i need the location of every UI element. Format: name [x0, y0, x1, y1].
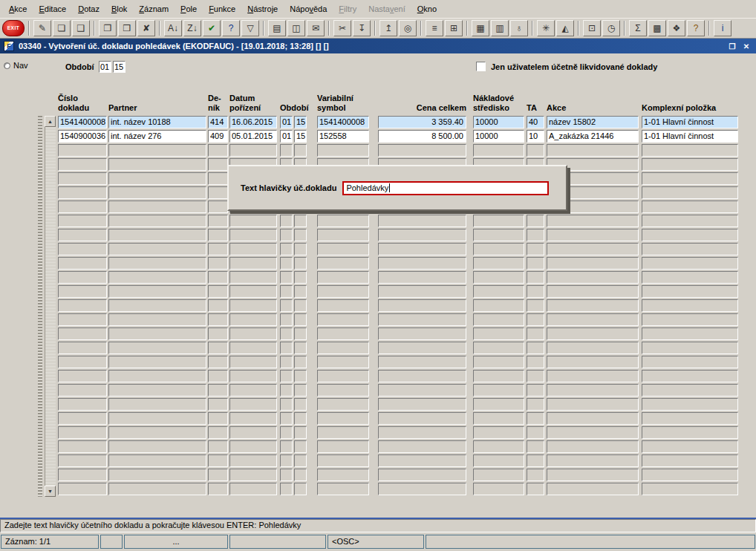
- cell-komplexni[interactable]: [642, 271, 738, 284]
- cell-akce[interactable]: [547, 384, 639, 397]
- cell-obdobi1[interactable]: [280, 285, 293, 298]
- cell-ns[interactable]: [473, 356, 524, 368]
- cell-denik[interactable]: [208, 243, 228, 255]
- cell-partner[interactable]: [108, 483, 206, 495]
- cell-denik[interactable]: [208, 426, 228, 439]
- cell-akce[interactable]: [547, 454, 639, 467]
- cell-komplexni[interactable]: [642, 412, 738, 425]
- cell-cena[interactable]: [378, 426, 466, 439]
- cell-obdobi2[interactable]: [294, 271, 307, 284]
- cell-obdobi1[interactable]: [280, 426, 293, 439]
- print-icon[interactable]: ▤: [268, 20, 286, 36]
- cell-cena[interactable]: [378, 483, 466, 495]
- cell-denik[interactable]: [208, 313, 228, 326]
- cell-cislo[interactable]: [58, 342, 107, 354]
- cell-ns[interactable]: [473, 384, 524, 397]
- cell-datum[interactable]: [229, 243, 277, 255]
- cell-akce[interactable]: [547, 356, 639, 368]
- cell-denik[interactable]: [208, 229, 228, 241]
- cell-partner[interactable]: [108, 426, 206, 439]
- cell-partner[interactable]: [108, 186, 206, 199]
- cell-ns[interactable]: [473, 483, 524, 495]
- menu-item-zaznam[interactable]: Záznam: [133, 1, 175, 16]
- cell-cena[interactable]: [378, 327, 466, 340]
- cell-partner[interactable]: [108, 342, 206, 354]
- cell-obdobi2[interactable]: [294, 327, 307, 340]
- delete-record-icon[interactable]: ❑: [72, 20, 90, 36]
- cell-ns[interactable]: [473, 454, 524, 467]
- insert-record-icon[interactable]: ❏: [53, 20, 71, 36]
- cell-partner[interactable]: [108, 215, 206, 227]
- cell-ns[interactable]: [473, 144, 524, 157]
- copy-record-icon[interactable]: ❐: [99, 20, 117, 36]
- cell-ns[interactable]: [473, 426, 524, 439]
- cell-obdobi2[interactable]: [294, 313, 307, 326]
- cell-ns[interactable]: [473, 342, 524, 354]
- cell-komplexni[interactable]: [642, 200, 738, 213]
- cell-akce[interactable]: [547, 469, 639, 481]
- menu-item-okno[interactable]: Okno: [411, 1, 443, 16]
- cell-komplexni[interactable]: [642, 158, 738, 171]
- cell-partner[interactable]: [108, 158, 206, 171]
- cell-datum[interactable]: [229, 483, 277, 495]
- cell-datum[interactable]: [229, 299, 277, 312]
- cell-akce[interactable]: [547, 370, 639, 382]
- cell-datum[interactable]: 16.06.2015: [229, 116, 277, 128]
- close-window-icon[interactable]: ✕: [740, 41, 752, 52]
- cell-partner[interactable]: [108, 398, 206, 411]
- cell-cislo[interactable]: 1540900036: [58, 130, 107, 143]
- cell-komplexni[interactable]: [642, 243, 738, 255]
- cell-ta[interactable]: 10: [527, 130, 544, 143]
- cell-obdobi1[interactable]: [280, 398, 293, 411]
- cell-obdobi1[interactable]: [280, 412, 293, 425]
- cell-ta[interactable]: [527, 271, 544, 284]
- cell-obdobi1[interactable]: [280, 483, 293, 495]
- cell-cislo[interactable]: [58, 285, 107, 298]
- scrollbar-track[interactable]: [45, 127, 56, 486]
- cell-ta[interactable]: [527, 144, 544, 157]
- cell-komplexni[interactable]: 1-01 Hlavní činnost: [642, 116, 738, 128]
- cell-partner[interactable]: [108, 200, 206, 213]
- cell-datum[interactable]: [229, 313, 277, 326]
- cell-cislo[interactable]: [58, 271, 107, 284]
- cell-cislo[interactable]: [58, 215, 107, 227]
- cell-vs[interactable]: [317, 271, 369, 284]
- web-icon[interactable]: ✳: [537, 20, 555, 36]
- cell-partner[interactable]: int. název 10188: [108, 116, 206, 128]
- cell-vs[interactable]: [317, 440, 369, 453]
- cell-ns[interactable]: [473, 370, 524, 382]
- cell-denik[interactable]: [208, 454, 228, 467]
- cell-obdobi2[interactable]: [294, 285, 307, 298]
- find-icon[interactable]: ◎: [399, 20, 417, 36]
- cell-datum[interactable]: [229, 342, 277, 354]
- cell-obdobi1[interactable]: [280, 144, 293, 157]
- cell-cislo[interactable]: [58, 172, 107, 185]
- cell-obdobi1[interactable]: [280, 342, 293, 354]
- cell-ns[interactable]: 10000: [473, 116, 524, 128]
- scroll-down-icon[interactable]: ▼: [45, 486, 56, 497]
- cell-ns[interactable]: [473, 299, 524, 312]
- globe-icon[interactable]: ♁: [510, 20, 528, 36]
- edit-record-icon[interactable]: ✎: [33, 20, 51, 36]
- cell-vs[interactable]: [317, 327, 369, 340]
- cell-cislo[interactable]: [58, 200, 107, 213]
- cell-ns[interactable]: [473, 412, 524, 425]
- cell-ta[interactable]: [527, 483, 544, 495]
- cell-akce[interactable]: [547, 398, 639, 411]
- cut-icon[interactable]: ✂: [333, 20, 351, 36]
- cell-vs[interactable]: [317, 257, 369, 270]
- sort-desc-icon[interactable]: Z↓: [183, 20, 201, 36]
- cell-ta[interactable]: [527, 412, 544, 425]
- cell-komplexni[interactable]: [642, 299, 738, 312]
- history-icon[interactable]: ◷: [602, 20, 620, 36]
- cell-cislo[interactable]: [58, 327, 107, 340]
- cell-obdobi2[interactable]: 15: [294, 130, 307, 143]
- cell-datum[interactable]: [229, 215, 277, 227]
- cell-cena[interactable]: [378, 215, 466, 227]
- cell-denik[interactable]: [208, 327, 228, 340]
- cell-ns[interactable]: [473, 440, 524, 453]
- execute-query-icon[interactable]: ✔: [203, 20, 221, 36]
- cell-vs[interactable]: [317, 229, 369, 241]
- cell-cena[interactable]: [378, 370, 466, 382]
- mail-icon[interactable]: ✉: [307, 20, 325, 36]
